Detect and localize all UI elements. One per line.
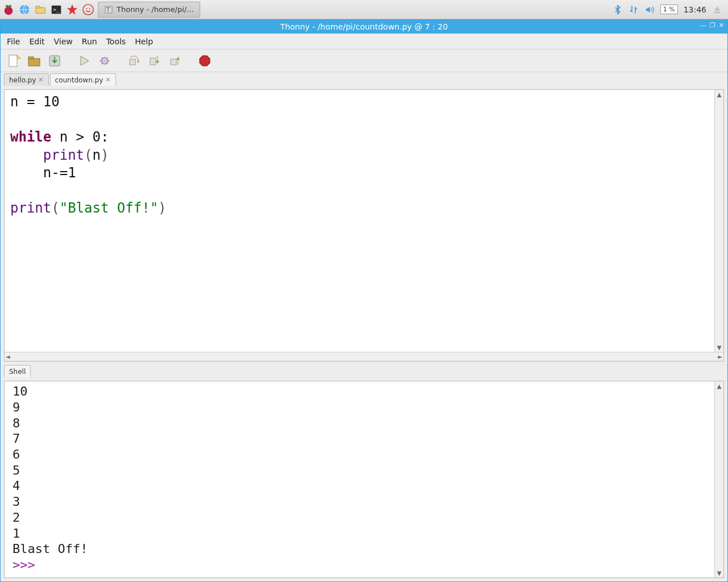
editor-tab-label: hello.py: [9, 76, 36, 84]
step-into-button[interactable]: [147, 53, 162, 68]
shell-tab-row: Shell: [4, 365, 724, 377]
minesweeper-icon[interactable]: [66, 3, 78, 16]
menu-file[interactable]: File: [3, 35, 24, 48]
system-tray: 1 % 13:46: [613, 5, 726, 15]
close-icon[interactable]: ✕: [105, 76, 110, 84]
svg-point-9: [83, 4, 93, 14]
svg-rect-14: [9, 55, 17, 66]
svg-point-0: [5, 6, 13, 15]
svg-point-11: [89, 8, 90, 9]
svg-point-1: [6, 5, 9, 7]
window-title: Thonny - /home/pi/countdown.py @ 7 : 20: [280, 22, 448, 31]
run-button[interactable]: [77, 53, 92, 68]
menu-run[interactable]: Run: [78, 35, 101, 48]
step-out-button[interactable]: [168, 53, 183, 68]
workspace: hello.py ✕ countdown.py ✕ n = 10 while n…: [1, 72, 727, 581]
svg-rect-21: [130, 59, 135, 65]
menu-help[interactable]: Help: [131, 35, 157, 48]
svg-marker-15: [17, 55, 20, 59]
svg-rect-5: [36, 6, 40, 8]
os-taskbar: >_ T Thonny - /home/pi/... 1 % 13:46: [0, 0, 728, 19]
cpu-usage-badge[interactable]: 1 %: [660, 5, 678, 14]
svg-text:>_: >_: [53, 6, 60, 12]
editor-tab-label: countdown.py: [55, 76, 104, 84]
editor-tab-row: hello.py ✕ countdown.py ✕: [4, 73, 724, 86]
svg-rect-25: [171, 59, 176, 65]
svg-marker-26: [176, 57, 180, 60]
taskbar-app-label: Thonny - /home/pi/...: [117, 5, 194, 14]
svg-point-10: [86, 8, 87, 9]
clock[interactable]: 13:46: [684, 5, 706, 14]
raspberry-menu-icon[interactable]: [2, 3, 15, 16]
svg-rect-23: [150, 58, 156, 65]
eject-icon[interactable]: [712, 5, 722, 15]
debug-button[interactable]: [97, 53, 112, 68]
shell-output[interactable]: 10 9 8 7 6 5 4 3 2 1 Blast Off! >>>: [5, 381, 714, 577]
editor-horizontal-scrollbar[interactable]: ◄►: [5, 352, 723, 361]
network-icon[interactable]: [628, 5, 639, 15]
shell-panel: 10 9 8 7 6 5 4 3 2 1 Blast Off! >>> ▲▼: [4, 381, 724, 578]
svg-marker-27: [200, 56, 210, 66]
svg-point-2: [9, 5, 12, 7]
editor-panel: n = 10 while n > 0: print(n) n-=1 print(…: [4, 89, 724, 361]
shell-vertical-scrollbar[interactable]: ▲▼: [714, 381, 723, 577]
close-button[interactable]: ✕: [719, 22, 724, 29]
menu-edit[interactable]: Edit: [25, 35, 48, 48]
svg-rect-4: [36, 7, 46, 13]
games-icon[interactable]: [82, 3, 94, 16]
new-file-button[interactable]: [6, 53, 21, 68]
window-titlebar[interactable]: Thonny - /home/pi/countdown.py @ 7 : 20 …: [1, 20, 727, 34]
volume-icon[interactable]: [644, 5, 655, 15]
step-over-button[interactable]: [127, 53, 142, 68]
menu-bar: File Edit View Run Tools Help: [1, 34, 727, 49]
stop-button[interactable]: [197, 53, 212, 68]
editor-tab-countdown[interactable]: countdown.py ✕: [50, 73, 116, 86]
editor-vertical-scrollbar[interactable]: ▲▼: [714, 90, 723, 352]
minimize-button[interactable]: —: [700, 22, 706, 29]
shell-tab[interactable]: Shell: [4, 365, 31, 377]
maximize-button[interactable]: ❐: [710, 22, 715, 29]
shell-tab-label: Shell: [9, 368, 26, 376]
menu-tools[interactable]: Tools: [102, 35, 130, 48]
terminal-icon[interactable]: >_: [50, 3, 63, 16]
svg-marker-8: [67, 4, 77, 14]
svg-marker-24: [156, 61, 159, 64]
toolbar: [1, 49, 727, 72]
svg-rect-16: [28, 59, 40, 66]
close-icon[interactable]: ✕: [38, 76, 43, 84]
svg-text:T: T: [106, 7, 110, 13]
svg-marker-19: [81, 56, 89, 65]
svg-marker-22: [137, 61, 139, 63]
file-manager-icon[interactable]: [34, 3, 47, 16]
taskbar-app-thonny[interactable]: T Thonny - /home/pi/...: [98, 2, 200, 18]
bluetooth-icon[interactable]: [613, 5, 623, 15]
svg-rect-17: [28, 57, 34, 59]
thonny-window: Thonny - /home/pi/countdown.py @ 7 : 20 …: [0, 19, 728, 582]
open-file-button[interactable]: [27, 53, 42, 68]
code-editor[interactable]: n = 10 while n > 0: print(n) n-=1 print(…: [5, 90, 714, 352]
save-file-button[interactable]: [47, 53, 62, 68]
menu-view[interactable]: View: [50, 35, 77, 48]
web-browser-icon[interactable]: [18, 3, 31, 16]
editor-tab-hello[interactable]: hello.py ✕: [4, 73, 49, 86]
